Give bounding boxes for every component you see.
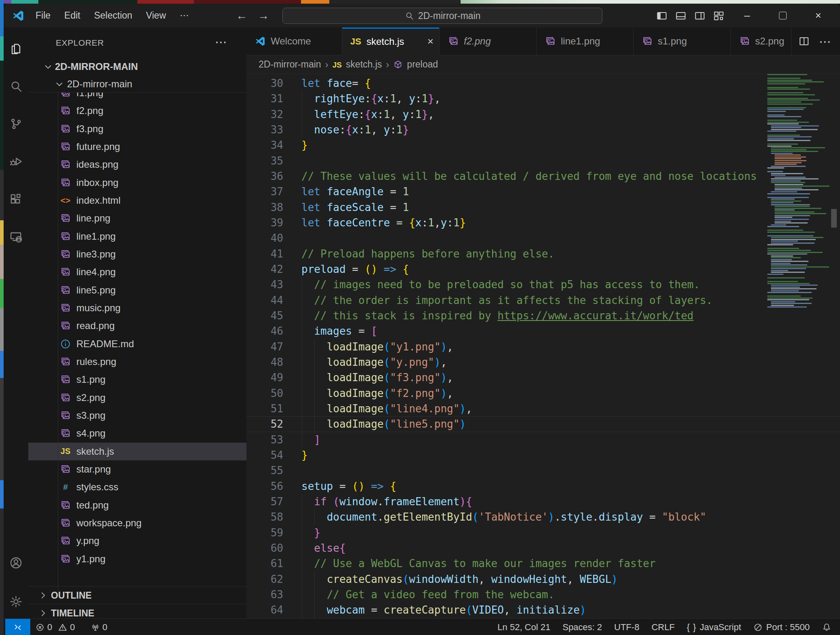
code-line-60[interactable]: 60 else{ <box>246 540 840 556</box>
activity-accounts[interactable] <box>4 553 28 572</box>
sidebar-item-ted-png[interactable]: ted.png <box>28 496 246 514</box>
code-editor[interactable]: 30let face= {31 rightEye:{x:1, y:1},32 l… <box>246 74 840 620</box>
status-encoding[interactable]: UTF-8 <box>608 622 645 633</box>
code-line-63[interactable]: 63 // Get a video feed from the webcam. <box>246 587 840 602</box>
code-line-52[interactable]: 52 loadImage("line5.png") <box>246 416 840 432</box>
split-editor-icon[interactable] <box>798 35 810 47</box>
status-notifications[interactable] <box>816 622 838 632</box>
sidebar-item-music-png[interactable]: music.png <box>28 299 246 317</box>
tab-line1-png[interactable]: line1.png <box>537 27 634 55</box>
scrollbar-thumb[interactable] <box>831 209 837 228</box>
activity-explorer[interactable] <box>4 39 28 58</box>
tab-sketch-js[interactable]: JSsketch.js× <box>342 27 440 55</box>
sidebar-item-workspace-png[interactable]: workspace.png <box>28 514 246 532</box>
sidebar-item-readme-md[interactable]: README.md <box>28 335 246 353</box>
back-icon[interactable]: ← <box>236 9 247 22</box>
status-eol[interactable]: CRLF <box>645 622 680 633</box>
sidebar-item-index-html[interactable]: <>index.html <box>28 192 246 209</box>
breadcrumb-item[interactable]: preload <box>407 59 438 70</box>
sidebar-item-s3-png[interactable]: s3.png <box>28 407 246 424</box>
tab-f2-png[interactable]: f2.png <box>440 27 537 55</box>
breadcrumb[interactable]: 2D-mirror-main›JSsketch.js›preload <box>246 55 840 74</box>
tab-welcome[interactable]: Welcome <box>246 27 342 55</box>
sidebar-item-line4-png[interactable]: line4.png <box>28 263 246 281</box>
menu-view[interactable]: View <box>139 8 173 23</box>
toggle-secondary-sidebar-icon[interactable] <box>694 10 706 22</box>
tab-s1-png[interactable]: s1.png <box>634 27 731 55</box>
sidebar-item-rules-png[interactable]: rules.png <box>28 353 246 371</box>
code-line-31[interactable]: 31 rightEye:{x:1, y:1}, <box>246 91 840 106</box>
code-line-43[interactable]: 43 // images need to be preloaded so tha… <box>246 277 840 292</box>
activity-settings[interactable] <box>4 592 28 611</box>
close-icon[interactable]: × <box>427 35 434 48</box>
problems-status[interactable]: 00 <box>30 622 80 633</box>
activity-extensions[interactable] <box>4 189 28 209</box>
activity-remote-explorer[interactable] <box>4 227 28 246</box>
code-line-36[interactable]: 36// These values will be calculated / d… <box>246 169 840 184</box>
code-line-50[interactable]: 50 loadImage("f2.png"), <box>246 386 840 401</box>
sidebar-item-future-png[interactable]: future.png <box>28 138 246 156</box>
outline-section[interactable]: OUTLINE <box>28 586 246 604</box>
code-line-40[interactable]: 40 <box>246 230 840 246</box>
code-line-30[interactable]: 30let face= { <box>246 76 840 91</box>
maximize-button[interactable] <box>766 4 799 27</box>
code-line-42[interactable]: 42preload = () => { <box>246 262 840 277</box>
menu-edit[interactable]: Edit <box>57 8 87 23</box>
sidebar-item-f1-png[interactable]: f1.png <box>28 92 246 102</box>
remote-indicator[interactable] <box>5 619 30 635</box>
sidebar-item-read-png[interactable]: read.png <box>28 317 246 335</box>
code-line-58[interactable]: 58 document.getElementById('TabNotice').… <box>246 509 840 525</box>
status-language-mode[interactable]: { }JavaScript <box>681 622 747 633</box>
sidebar-item-f3-png[interactable]: f3.png <box>28 120 246 138</box>
sidebar-item-sketch-js[interactable]: JSsketch.js <box>28 443 246 460</box>
forward-icon[interactable]: → <box>258 9 269 22</box>
code-line-39[interactable]: 39let faceCentre = {x:1,y:1} <box>246 215 840 230</box>
code-line-46[interactable]: 46 images = [ <box>246 323 840 339</box>
code-line-57[interactable]: 57 if (window.frameElement){ <box>246 494 840 509</box>
sidebar-item-y-png[interactable]: y.png <box>28 532 246 550</box>
close-button[interactable]: × <box>802 4 834 27</box>
sidebar-item-styles-css[interactable]: #styles.css <box>28 478 246 496</box>
code-line-45[interactable]: 45 // this stack is inspired by https://… <box>246 308 840 323</box>
customize-layout-icon[interactable] <box>713 10 725 22</box>
explorer-more-actions-icon[interactable]: ⋯ <box>215 35 227 49</box>
menu-file[interactable]: File <box>29 8 57 23</box>
code-line-41[interactable]: 41// Preload happens before anything els… <box>246 246 840 262</box>
status-cursor-position[interactable]: Ln 52, Col 21 <box>491 622 556 633</box>
menu-overflow-icon[interactable]: ⋯ <box>173 8 196 23</box>
tab-s2-png[interactable]: s2.png <box>731 27 792 55</box>
code-line-38[interactable]: 38let faceScale = 1 <box>246 200 840 215</box>
workspace-section-header[interactable]: 2D-MIRROR-MAIN <box>28 58 246 76</box>
breadcrumb-item[interactable]: 2D-mirror-main <box>259 59 321 70</box>
sidebar-item-line5-png[interactable]: line5.png <box>28 281 246 299</box>
status-port-forward[interactable]: Port : 5500 <box>747 622 816 633</box>
activity-search[interactable] <box>4 76 28 96</box>
more-actions-icon[interactable]: ⋯ <box>819 34 831 49</box>
timeline-section[interactable]: TIMELINE <box>28 604 246 618</box>
code-line-54[interactable]: 54} <box>246 447 840 463</box>
sidebar-item-line3-png[interactable]: line3.png <box>28 245 246 263</box>
sidebar-item-ideas-png[interactable]: ideas.png <box>28 156 246 173</box>
minimize-button[interactable]: – <box>731 4 763 27</box>
folder-item-2d-mirror-main[interactable]: 2D-mirror-main <box>28 76 246 93</box>
sidebar-item-inbox-png[interactable]: inbox.png <box>28 174 246 192</box>
code-line-33[interactable]: 33 nose:{x:1, y:1} <box>246 122 840 137</box>
minimap[interactable] <box>765 74 829 618</box>
code-line-32[interactable]: 32 leftEye:{x:1, y:1}, <box>246 107 840 122</box>
sidebar-item-star-png[interactable]: star.png <box>28 460 246 478</box>
sidebar-item-s1-png[interactable]: s1.png <box>28 371 246 388</box>
menu-selection[interactable]: Selection <box>87 8 139 23</box>
code-line-48[interactable]: 48 loadImage("y.png"), <box>246 354 840 370</box>
toggle-panel-icon[interactable] <box>675 10 687 22</box>
code-line-37[interactable]: 37let faceAngle = 1 <box>246 184 840 199</box>
code-line-61[interactable]: 61 // Use a WebGL Canvas to make our ima… <box>246 556 840 571</box>
code-line-44[interactable]: 44 // the order is important as it affec… <box>246 293 840 308</box>
code-line-47[interactable]: 47 loadImage("y1.png"), <box>246 339 840 354</box>
ports-status[interactable]: 0 <box>86 622 112 633</box>
code-line-34[interactable]: 34} <box>246 137 840 153</box>
code-line-59[interactable]: 59 } <box>246 525 840 540</box>
activity-run-debug[interactable] <box>4 152 28 171</box>
sidebar-item-line-png[interactable]: line.png <box>28 209 246 227</box>
status-indentation[interactable]: Spaces: 2 <box>556 622 608 633</box>
code-line-35[interactable]: 35 <box>246 153 840 169</box>
